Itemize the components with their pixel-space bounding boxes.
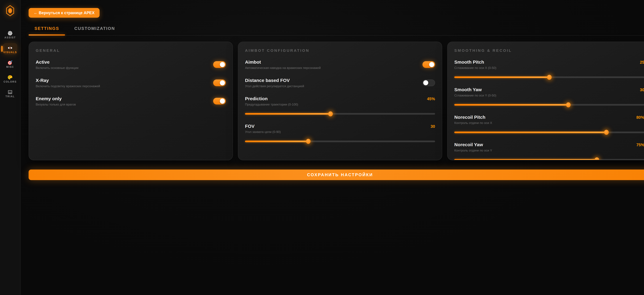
app-root: ASSISTVISUALSMISCCOLORSTRIAL ← Вернуться… (0, 0, 644, 295)
panel-title: GENERAL (36, 48, 226, 53)
row-value: 75% (636, 142, 644, 147)
row-subtitle: Включить основные функции (36, 66, 78, 70)
sidebar-item-label: MISC (6, 66, 14, 68)
row-subtitle: Сглаживание по оси Y (0-50) (454, 94, 644, 97)
row-subtitle: Контроль отдачи по оси Y (454, 149, 644, 152)
toggle-knob (220, 98, 225, 104)
hexagon-logo-icon (5, 5, 15, 18)
setting-row-prediction: Prediction45%Предугадывание траектории (… (245, 96, 435, 116)
row-subtitle: Предугадывание траектории (0-100) (245, 103, 435, 106)
slider-fov[interactable] (245, 139, 435, 144)
setting-row-enemy-only: Enemy onlyВизуалы только для врагов (36, 96, 226, 106)
slider-track (454, 132, 644, 133)
toggle-enemy-only[interactable] (213, 98, 226, 104)
toggle-knob (220, 80, 225, 86)
sidebar-item-misc[interactable]: MISC (3, 58, 17, 69)
row-title: Aimbot (245, 60, 321, 65)
row-subtitle: Включить подсветку вражеских персонажей (36, 84, 100, 88)
save-settings-button[interactable]: СОХРАНИТЬ НАСТРОЙКИ (28, 170, 644, 180)
slider-smooth-pitch[interactable] (454, 75, 644, 80)
sidebar-item-colors[interactable]: COLORS (3, 73, 17, 84)
slider-head: Norecoil Yaw75% (454, 142, 644, 147)
row-title: X-Ray (36, 78, 100, 83)
setting-row-distance-based-fov: Distance based FOVУгол действия регулиру… (245, 78, 435, 88)
tab-settings[interactable]: SETTINGS (28, 24, 65, 35)
row-title: Enemy only (36, 96, 76, 102)
tab-customization[interactable]: CUSTOMIZATION (68, 24, 121, 35)
sidebar-item-label: COLORS (4, 80, 16, 83)
row-value: 25 (640, 60, 644, 65)
setting-row-norecoil-pitch: Norecoil Pitch80%Контроль отдачи по оси … (454, 114, 644, 135)
setting-row-x-ray: X-RayВключить подсветку вражеских персон… (36, 78, 226, 88)
slider-fill (454, 76, 549, 78)
row-value: 45% (427, 96, 435, 101)
slider-fill (245, 140, 308, 142)
row-title: Smooth Pitch (454, 60, 484, 65)
sidebar-item-label: ASSIST (4, 36, 16, 39)
panel-title: AIMBOT CONFIGURATION (245, 48, 435, 53)
slider-head: Smooth Yaw30 (454, 87, 644, 92)
slider-prediction[interactable] (245, 111, 435, 116)
slider-knob[interactable] (566, 102, 571, 107)
slider-track (454, 76, 644, 78)
slider-knob[interactable] (328, 111, 333, 116)
setting-text: Enemy onlyВизуалы только для врагов (36, 96, 76, 106)
setting-text: AimbotАвтоматическая наводка на вражески… (245, 60, 321, 70)
palette-icon (7, 74, 13, 79)
slider-head: Norecoil Pitch80% (454, 114, 644, 120)
toggle-aimbot[interactable] (422, 61, 435, 68)
setting-row-aimbot: AimbotАвтоматическая наводка на вражески… (245, 60, 435, 70)
sidebar-item-trial[interactable]: TRIAL (3, 87, 17, 99)
sidebar-item-assist[interactable]: ASSIST (3, 28, 17, 40)
main-content: ← Вернуться к странице APEX SETTINGSCUST… (20, 0, 644, 295)
eye-icon (7, 44, 13, 50)
sidebar-item-visuals[interactable]: VISUALS (3, 43, 17, 54)
sidebar-nav: ASSISTVISUALSMISCCOLORSTRIAL (0, 28, 20, 99)
slider-fill (245, 113, 330, 115)
gear-icon (7, 30, 13, 35)
toggle-active[interactable] (213, 61, 226, 68)
panels-container: GENERALActiveВключить основные функцииX-… (28, 42, 644, 160)
slider-track (454, 104, 644, 106)
slider-fill (454, 159, 597, 160)
row-value: 80% (636, 115, 644, 120)
slider-track (245, 140, 435, 142)
row-title: Norecoil Pitch (454, 114, 485, 120)
setting-text: ActiveВключить основные функции (36, 60, 78, 70)
setting-text: Distance based FOVУгол действия регулиру… (245, 78, 304, 88)
setting-row-fov: FOV30Угол захвата цели (0-90) (245, 124, 435, 144)
slider-knob[interactable] (594, 157, 599, 160)
target-icon (7, 59, 13, 64)
setting-row-smooth-pitch: Smooth Pitch25Сглаживание по оси X (0-50… (454, 60, 644, 80)
row-title: Smooth Yaw (454, 87, 482, 92)
toggle-x-ray[interactable] (213, 80, 226, 86)
slider-head: Prediction45% (245, 96, 435, 102)
slider-smooth-yaw[interactable] (454, 102, 644, 107)
sidebar-item-label: TRIAL (6, 95, 15, 98)
setting-row-active: ActiveВключить основные функции (36, 60, 226, 70)
row-title: Prediction (245, 96, 268, 102)
row-subtitle: Сглаживание по оси X (0-50) (454, 66, 644, 70)
slider-track (245, 113, 435, 115)
slider-head: Smooth Pitch25 (454, 60, 644, 65)
sidebar: ASSISTVISUALSMISCCOLORSTRIAL (0, 0, 20, 295)
slider-norecoil-pitch[interactable] (454, 130, 644, 135)
row-title: Distance based FOV (245, 78, 304, 83)
slider-knob[interactable] (306, 139, 311, 144)
slider-track (454, 159, 644, 160)
row-subtitle: Угол действия регулируется дистанцией (245, 84, 304, 88)
sidebar-item-label: VISUALS (3, 51, 17, 54)
slider-knob[interactable] (604, 130, 609, 135)
toggle-knob (220, 62, 225, 67)
row-title: FOV (245, 124, 254, 129)
slider-fill (454, 132, 606, 133)
panel-aimbot-configuration: AIMBOT CONFIGURATIONAimbotАвтоматическая… (238, 42, 442, 160)
slider-norecoil-yaw[interactable] (454, 157, 644, 160)
slider-head: FOV30 (245, 124, 435, 129)
row-subtitle: Контроль отдачи по оси X (454, 121, 644, 125)
row-title: Norecoil Yaw (454, 142, 483, 147)
toggle-distance-based-fov[interactable] (422, 80, 435, 86)
back-to-apex-button[interactable]: ← Вернуться к странице APEX (28, 8, 100, 18)
setting-row-norecoil-yaw: Norecoil Yaw75%Контроль отдачи по оси Y (454, 142, 644, 160)
slider-knob[interactable] (547, 75, 552, 80)
